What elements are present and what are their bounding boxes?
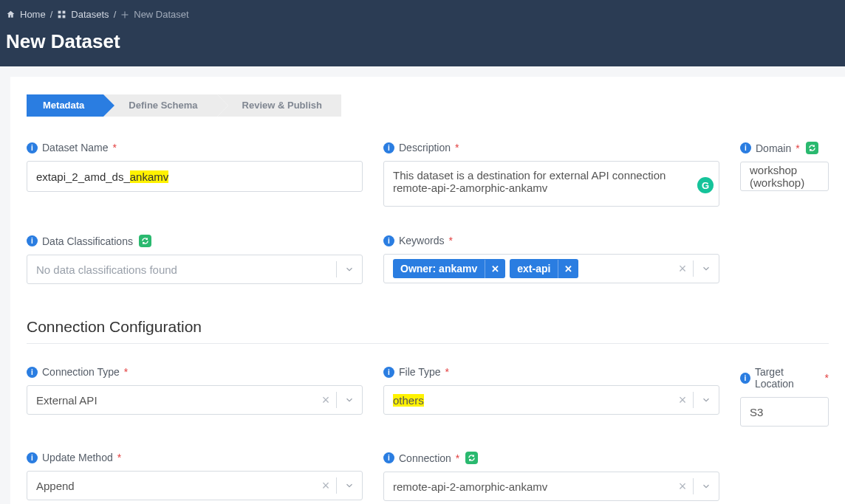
breadcrumb-separator: / xyxy=(49,9,55,20)
clear-icon[interactable]: × xyxy=(672,393,693,407)
info-icon[interactable]: i xyxy=(27,367,38,378)
info-icon[interactable]: i xyxy=(383,367,394,378)
label-data-classifications: Data Classifications xyxy=(42,235,133,247)
chevron-down-icon xyxy=(337,264,362,275)
info-icon[interactable]: i xyxy=(27,452,38,463)
required-marker: * xyxy=(445,366,449,378)
step-review-publish[interactable]: Review & Publish xyxy=(217,94,341,117)
select-update-method-value: Append xyxy=(27,480,315,492)
clear-icon[interactable]: × xyxy=(315,479,336,492)
file-type-highlight: others xyxy=(393,394,424,407)
select-connection[interactable]: remote-api-2-amorphic-ankamv × xyxy=(383,472,719,501)
select-keywords[interactable]: Owner: ankamv ✕ ext-api ✕ × xyxy=(383,254,719,283)
clear-icon[interactable]: × xyxy=(315,393,336,407)
grammarly-icon[interactable]: G xyxy=(697,177,714,193)
field-file-type: i File Type * others × xyxy=(383,366,719,427)
keyword-tag: Owner: ankamv ✕ xyxy=(393,259,505,278)
chevron-down-icon xyxy=(694,395,719,405)
refresh-icon[interactable] xyxy=(806,142,818,154)
select-connection-value: remote-api-2-amorphic-ankamv xyxy=(384,480,672,493)
label-connection: Connection xyxy=(399,452,451,464)
select-file-type[interactable]: others × xyxy=(383,385,719,415)
chevron-down-icon xyxy=(694,481,719,491)
field-connection-type: i Connection Type * External API × xyxy=(27,366,363,427)
page-title: New Dataset xyxy=(6,30,839,53)
keywords-tags-container: Owner: ankamv ✕ ext-api ✕ xyxy=(384,259,672,278)
chevron-down-icon xyxy=(337,395,362,405)
select-connection-type-value: External API xyxy=(27,394,315,407)
svg-rect-0 xyxy=(58,11,61,14)
section-title-connection-config: Connection Configuration xyxy=(27,318,829,336)
field-target-location: i Target Location * S3 xyxy=(740,366,829,427)
field-update-method: i Update Method * Append × xyxy=(27,452,363,501)
dataset-name-value-highlight: ankamv xyxy=(130,170,169,183)
select-target-location-value: S3 xyxy=(741,406,828,418)
select-file-type-value: others xyxy=(384,394,672,407)
select-domain[interactable]: workshop (workshop) xyxy=(740,162,829,191)
field-keywords: i Keywords * Owner: ankamv ✕ ext-api ✕ × xyxy=(383,235,719,284)
label-file-type: File Type xyxy=(399,366,441,378)
stepper: Metadata Define Schema Review & Publish xyxy=(27,94,829,117)
svg-rect-1 xyxy=(63,11,66,14)
breadcrumb-current-label: New Dataset xyxy=(134,9,188,20)
info-icon[interactable]: i xyxy=(383,142,394,153)
select-domain-value: workshop (workshop) xyxy=(741,164,828,189)
select-update-method[interactable]: Append × xyxy=(27,471,363,500)
divider xyxy=(27,343,829,344)
textarea-description[interactable] xyxy=(383,161,719,207)
label-description: Description xyxy=(399,142,451,153)
step-define-schema[interactable]: Define Schema xyxy=(103,94,216,117)
label-connection-type: Connection Type xyxy=(42,366,120,378)
required-marker: * xyxy=(796,142,799,154)
info-icon[interactable]: i xyxy=(27,142,38,153)
info-icon[interactable]: i xyxy=(27,235,38,246)
chevron-down-icon xyxy=(694,263,719,274)
info-icon[interactable]: i xyxy=(740,373,750,384)
info-icon[interactable]: i xyxy=(740,142,751,153)
required-marker: * xyxy=(456,452,459,464)
step-metadata[interactable]: Metadata xyxy=(27,94,103,117)
dataset-name-value-prefix: extapi_2_amd_ds_ xyxy=(36,170,130,183)
label-update-method: Update Method xyxy=(42,452,113,463)
select-connection-type[interactable]: External API × xyxy=(27,385,363,415)
tag-remove-icon[interactable]: ✕ xyxy=(558,260,578,278)
required-marker: * xyxy=(825,372,829,384)
field-description: i Description * G xyxy=(383,142,719,210)
info-icon[interactable]: i xyxy=(383,235,394,246)
info-icon[interactable]: i xyxy=(383,452,394,463)
clear-icon[interactable]: × xyxy=(672,480,693,493)
clear-icon[interactable]: × xyxy=(672,262,693,275)
required-marker: * xyxy=(117,452,121,463)
field-data-classifications: i Data Classifications No data classific… xyxy=(27,235,363,284)
datasets-icon xyxy=(57,10,66,19)
field-connection: i Connection * remote-api-2-amorphic-ank… xyxy=(383,452,719,501)
plus-icon xyxy=(120,10,129,19)
refresh-icon[interactable] xyxy=(139,235,151,247)
keyword-tag-label: ext-api xyxy=(510,259,558,278)
input-dataset-name[interactable]: extapi_2_amd_ds_ankamv xyxy=(27,161,363,192)
breadcrumb: Home / Datasets / New Dataset xyxy=(6,6,839,30)
required-marker: * xyxy=(112,142,116,153)
field-domain: i Domain * workshop (workshop) xyxy=(740,142,829,210)
home-icon xyxy=(6,10,16,19)
breadcrumb-datasets[interactable]: Datasets xyxy=(57,9,109,20)
required-marker: * xyxy=(448,235,452,246)
breadcrumb-current: New Dataset xyxy=(120,9,188,20)
select-data-classifications[interactable]: No data classifications found xyxy=(27,255,363,284)
svg-rect-2 xyxy=(58,15,61,18)
tag-remove-icon[interactable]: ✕ xyxy=(485,260,505,278)
breadcrumb-home-label: Home xyxy=(20,9,46,20)
chevron-down-icon xyxy=(337,480,362,491)
label-domain: Domain xyxy=(756,142,791,154)
svg-rect-3 xyxy=(63,15,66,18)
label-keywords: Keywords xyxy=(399,235,444,246)
keyword-tag-label: Owner: ankamv xyxy=(393,259,485,278)
keyword-tag: ext-api ✕ xyxy=(510,259,578,278)
required-marker: * xyxy=(124,366,128,378)
refresh-icon[interactable] xyxy=(465,452,478,464)
label-target-location: Target Location xyxy=(755,366,821,390)
select-data-classifications-placeholder: No data classifications found xyxy=(27,263,336,276)
select-target-location[interactable]: S3 xyxy=(740,397,829,427)
breadcrumb-datasets-label: Datasets xyxy=(71,9,109,20)
breadcrumb-home[interactable]: Home xyxy=(6,9,46,20)
